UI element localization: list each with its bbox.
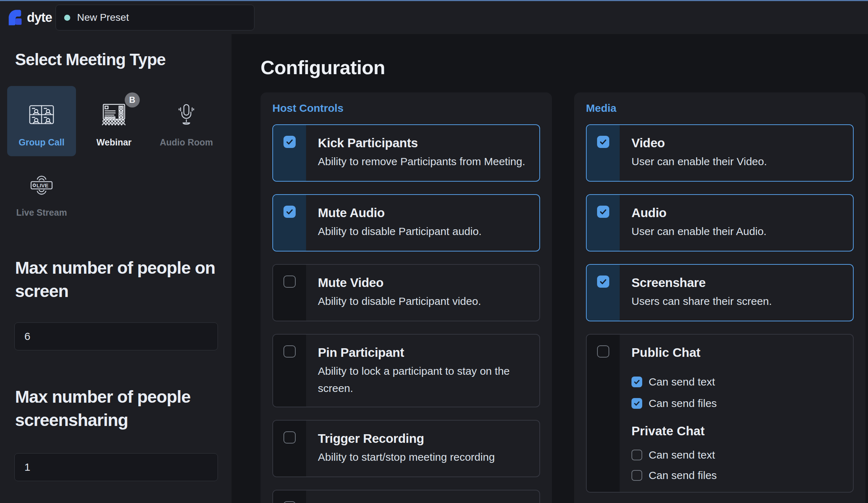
- public-chat-title: Public Chat: [631, 345, 843, 360]
- group-call-icon: [29, 95, 54, 134]
- card-strip: [587, 125, 620, 181]
- card-title: Mute Audio: [318, 206, 529, 220]
- card-strip: [273, 421, 306, 476]
- max-people-on-screen-input[interactable]: 6: [14, 322, 218, 350]
- audio-room-icon: [176, 95, 196, 134]
- header: dyte New Preset: [0, 1, 868, 34]
- card-description: Ability to lock a participant to stay on…: [318, 363, 529, 397]
- private-can-send-files-checkbox[interactable]: [631, 470, 642, 481]
- private-can-send-text-checkbox[interactable]: [631, 450, 642, 460]
- option-card-kick-participants[interactable]: Kick Participants Ability to remove Part…: [272, 124, 540, 182]
- main-content: Configuration Host Controls Kick Partici…: [232, 34, 868, 503]
- public-chat-can-send-files-row: Can send files: [631, 398, 843, 409]
- dyte-logo-icon: [7, 8, 24, 27]
- trigger-recording-checkbox[interactable]: [283, 431, 296, 444]
- webinar-icon: [101, 95, 127, 134]
- option-card-mute-audio[interactable]: Mute Audio Ability to disable Participan…: [272, 194, 540, 252]
- preset-name-value: New Preset: [77, 12, 129, 23]
- card-strip: [273, 195, 306, 251]
- card-strip: [587, 265, 620, 321]
- card-title: Audio: [631, 206, 843, 220]
- meeting-type-label: Webinar: [96, 137, 132, 148]
- media-section-label: Media: [586, 101, 854, 115]
- option-label: Can send text: [649, 376, 715, 388]
- sidebar: Select Meeting Type Group Call: [0, 34, 232, 503]
- preset-status-dot-icon: [64, 15, 70, 21]
- live-stream-icon: LIVE: [30, 165, 53, 205]
- card-description: Ability to remove Participants from Meet…: [318, 153, 529, 170]
- sidebar-title: Select Meeting Type: [15, 50, 166, 69]
- card-strip: [273, 125, 306, 181]
- mute-video-checkbox[interactable]: [283, 276, 296, 288]
- public-can-send-files-checkbox[interactable]: [631, 398, 642, 409]
- private-chat-can-send-files-row: Can send files: [631, 470, 843, 481]
- card-description: Ability to start/stop meeting recording: [318, 449, 529, 466]
- option-card-video[interactable]: Video User can enable their Video.: [586, 124, 854, 182]
- option-card-audio[interactable]: Audio User can enable their Audio.: [586, 194, 854, 252]
- media-panel: Media Video User can enable their Video.: [574, 92, 865, 503]
- card-strip: [273, 335, 306, 407]
- card-description: Users can share their screen.: [631, 293, 843, 310]
- option-label: Can send files: [649, 397, 717, 409]
- kick-participants-checkbox[interactable]: [283, 136, 296, 148]
- meeting-type-label: Live Stream: [16, 207, 67, 218]
- host-controls-panel: Host Controls Kick Participants Ability …: [261, 92, 552, 503]
- preset-name-input[interactable]: New Preset: [56, 5, 254, 30]
- pin-participant-checkbox[interactable]: [283, 345, 296, 358]
- chat-checkbox[interactable]: [597, 345, 609, 358]
- screenshare-checkbox[interactable]: [597, 276, 609, 288]
- card-title: Mute Video: [318, 276, 529, 290]
- meeting-type-webinar[interactable]: B Webinar: [80, 86, 148, 156]
- max-people-screensharing-input[interactable]: 1: [14, 453, 218, 481]
- option-label: Can send text: [649, 449, 715, 461]
- option-label: Can send files: [649, 469, 717, 482]
- card-strip: [587, 335, 620, 492]
- host-controls-section-label: Host Controls: [272, 101, 540, 115]
- card-title: Pin Participant: [318, 345, 529, 360]
- meeting-type-label: Audio Room: [160, 137, 213, 148]
- meeting-type-live-stream[interactable]: LIVE Live Stream: [7, 156, 76, 226]
- card-description: Ability to disable Participant video.: [318, 293, 529, 310]
- page-title: Configuration: [261, 56, 385, 78]
- card-strip: [587, 195, 620, 251]
- meeting-type-group-call[interactable]: Group Call: [7, 86, 76, 156]
- card-title: Kick Participants: [318, 136, 529, 150]
- option-card-mute-video[interactable]: Mute Video Ability to disable Participan…: [272, 264, 540, 321]
- card-description: User can enable their Video.: [631, 153, 843, 170]
- card-strip: [273, 490, 306, 503]
- webinar-beta-badge: B: [125, 92, 140, 107]
- mute-audio-checkbox[interactable]: [283, 206, 296, 218]
- private-chat-can-send-text-row: Can send text: [631, 450, 843, 460]
- private-chat-title: Private Chat: [631, 424, 843, 438]
- partial-card-checkbox[interactable]: [283, 501, 296, 503]
- svg-text:LIVE: LIVE: [37, 182, 48, 188]
- public-can-send-text-checkbox[interactable]: [631, 377, 642, 387]
- card-description: Ability to disable Participant audio.: [318, 223, 529, 240]
- option-card-screenshare[interactable]: Screenshare Users can share their screen…: [586, 264, 854, 321]
- card-description: User can enable their Audio.: [631, 223, 843, 240]
- card-title: Screenshare: [631, 276, 843, 290]
- audio-checkbox[interactable]: [597, 206, 609, 218]
- max-people-screensharing-label: Max number of people screensharing: [15, 385, 232, 432]
- card-strip: [273, 265, 306, 321]
- card-title: Video: [631, 136, 843, 150]
- video-checkbox[interactable]: [597, 136, 609, 148]
- brand-name: dyte: [27, 10, 52, 25]
- option-card-partial[interactable]: [272, 490, 540, 503]
- meeting-type-audio-room[interactable]: Audio Room: [152, 86, 221, 156]
- app: dyte New Preset Select Meeting Type: [0, 0, 868, 503]
- option-card-chat[interactable]: Public Chat Can send text Can send files…: [586, 334, 854, 493]
- meeting-type-label: Group Call: [19, 137, 65, 148]
- public-chat-can-send-text-row: Can send text: [631, 377, 843, 387]
- option-card-pin-participant[interactable]: Pin Participant Ability to lock a partic…: [272, 334, 540, 407]
- max-people-on-screen-value: 6: [24, 330, 30, 342]
- option-card-trigger-recording[interactable]: Trigger Recording Ability to start/stop …: [272, 420, 540, 477]
- max-people-on-screen-label: Max number of people on screen: [15, 256, 232, 303]
- max-people-screensharing-value: 1: [24, 461, 30, 473]
- meeting-type-grid: Group Call B Webinar: [7, 86, 224, 226]
- brand: dyte: [7, 8, 52, 27]
- card-title: Trigger Recording: [318, 431, 529, 446]
